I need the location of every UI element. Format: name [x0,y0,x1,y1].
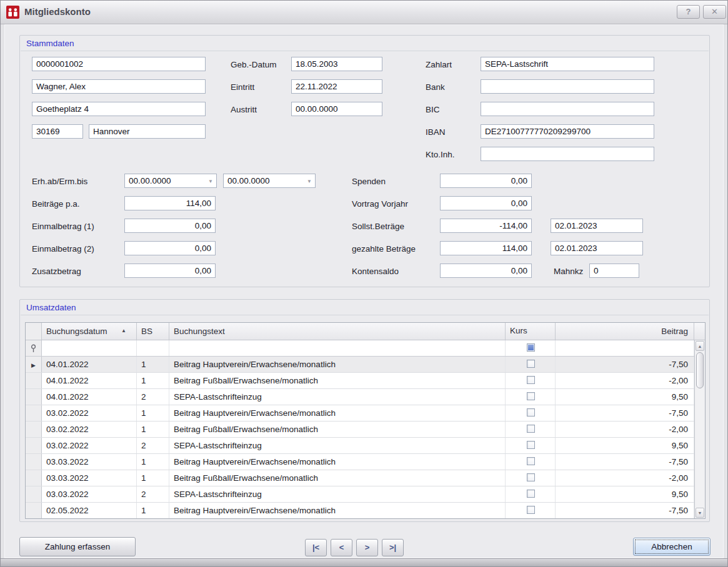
kurs-checkbox[interactable] [527,490,535,498]
erm-bis-dropdown[interactable]: 00.00.0000 ▼ [223,174,316,188]
cell-buchungsdatum: 04.01.2022 [42,389,137,405]
column-header-buchungsdatum[interactable]: Buchungsdatum ▲ [42,323,137,340]
filter-bs-cell[interactable] [137,340,169,356]
bank-field[interactable] [481,79,654,94]
cell-bs: 2 [137,438,169,453]
kurs-checkbox[interactable] [527,392,535,400]
bic-field[interactable] [481,102,654,116]
geb-datum-label: Geb.-Datum [231,60,277,69]
gezahlte-datum-field[interactable]: 02.01.2023 [551,241,643,255]
table-row[interactable]: 03.02.20222SEPA-Lastschrifteinzug9,50 [26,438,705,454]
column-header-beitrag[interactable]: Beitrag [556,323,694,340]
close-button[interactable]: ✕ [703,5,726,19]
abbrechen-button[interactable]: Abbrechen [633,538,711,556]
cell-kurs [506,454,556,470]
members-app-icon [6,6,19,19]
column-header-kurs[interactable]: Kurs [506,323,556,340]
kurs-checkbox[interactable] [527,506,535,514]
row-indicator: ▶ [26,357,42,372]
cell-buchungsdatum: 03.03.2022 [42,486,137,502]
help-icon: ? [686,7,691,16]
kurs-filter-checkbox[interactable] [527,343,535,352]
iban-label: IBAN [426,127,446,137]
filter-buchungstext-cell[interactable] [169,340,506,356]
column-header-bs[interactable]: BS [137,323,169,340]
header-filler-cell [694,323,705,340]
cell-kurs [506,486,556,502]
table-row[interactable]: 04.01.20222SEPA-Lastschrifteinzug9,50 [26,389,705,405]
erh-ab-dropdown[interactable]: 00.00.0000 ▼ [124,174,217,188]
kontensaldo-field[interactable]: 0,00 [440,264,532,278]
iban-field[interactable]: DE27100777770209299700 [481,124,654,139]
einmalbetrag-2-field[interactable]: 0,00 [124,241,216,255]
spenden-field[interactable]: 0,00 [440,174,532,188]
nav-next-button[interactable]: > [356,539,378,556]
mahnkz-field[interactable]: 0 [589,264,639,278]
vortrag-vorjahr-field[interactable]: 0,00 [440,196,532,210]
table-row[interactable]: 03.03.20221Beitrag Fußball/Erwachsene/mo… [26,470,705,486]
member-name-field[interactable]: Wagner, Alex [32,79,206,94]
geb-datum-field[interactable]: 18.05.2003 [291,57,382,71]
zahlart-field[interactable]: SEPA-Lastschrift [481,57,654,71]
austritt-field[interactable]: 00.00.0000 [291,102,382,116]
austritt-label: Austritt [231,105,257,114]
table-row[interactable]: ▶04.01.20221Beitrag Hauptverein/Erwachse… [26,357,705,373]
kurs-checkbox[interactable] [527,441,535,449]
title-bar[interactable]: Mitgliedskonto ? ✕ [1,1,727,24]
cell-beitrag: 9,50 [556,486,694,502]
eintritt-field[interactable]: 22.11.2022 [291,79,382,94]
cell-buchungstext: Beitrag Fußball/Erwachsene/monatlich [169,373,506,388]
chevron-down-icon[interactable]: ▼ [208,179,213,184]
chevron-down-icon[interactable]: ▼ [307,179,312,184]
nav-first-button[interactable]: |< [305,539,327,556]
cell-beitrag: -2,00 [556,422,694,437]
street-field[interactable]: Goetheplatz 4 [32,102,206,116]
grid-filter-row[interactable] [26,340,705,357]
zahlung-erfassen-button[interactable]: Zahlung erfassen [19,537,136,556]
table-row[interactable]: 02.05.20221Beitrag Hauptverein/Erwachsen… [26,503,705,519]
city-field[interactable]: Hannover [89,124,206,139]
help-button[interactable]: ? [677,5,700,19]
row-indicator [26,454,42,470]
beitraege-pa-field[interactable]: 114,00 [124,196,216,210]
kurs-checkbox[interactable] [527,376,535,384]
row-indicator [26,470,42,486]
vertical-scrollbar[interactable]: ▲ ▼ [694,340,705,518]
bank-label: Bank [426,82,445,92]
table-row[interactable]: 03.03.20221Beitrag Hauptverein/Erwachsen… [26,454,705,470]
sollst-datum-field[interactable]: 02.01.2023 [551,219,643,233]
kurs-checkbox[interactable] [527,425,535,433]
nav-last-button[interactable]: >| [382,539,404,556]
gezahlte-betraege-field[interactable]: 114,00 [440,241,532,255]
cell-buchungsdatum: 04.01.2022 [42,373,137,388]
cell-kurs [506,503,556,518]
mahnkz-label: Mahnkz [554,267,583,276]
zip-field[interactable]: 30169 [32,124,83,139]
scroll-up-button[interactable]: ▲ [696,341,704,351]
table-row[interactable]: 03.02.20221Beitrag Hauptverein/Erwachsen… [26,405,705,422]
kurs-checkbox[interactable] [527,473,535,481]
scroll-down-button[interactable]: ▼ [696,508,704,518]
filter-buchungsdatum-cell[interactable] [42,340,137,356]
nav-prev-button[interactable]: < [331,539,352,556]
table-row[interactable]: 03.02.20221Beitrag Fußball/Erwachsene/mo… [26,422,705,438]
kurs-checkbox[interactable] [527,408,535,417]
kurs-checkbox[interactable] [527,360,535,368]
cell-beitrag: -2,00 [556,373,694,388]
member-id-field[interactable]: 0000001002 [32,57,206,71]
vortrag-vorjahr-label: Vortrag Vorjahr [352,199,408,209]
cell-buchungstext: Beitrag Fußball/Erwachsene/monatlich [169,422,506,437]
row-indicator [26,389,42,405]
sollst-betraege-field[interactable]: -114,00 [440,219,532,233]
table-row[interactable]: 03.03.20222SEPA-Lastschrifteinzug9,50 [26,486,705,503]
zusatzbetrag-field[interactable]: 0,00 [124,264,216,278]
kto-inh-field[interactable] [481,147,654,161]
scrollbar-thumb[interactable] [696,352,704,388]
einmalbetrag-1-field[interactable]: 0,00 [124,219,216,233]
beitraege-pa-label: Beiträge p.a. [32,199,80,209]
bic-label: BIC [426,105,440,114]
column-header-buchungstext[interactable]: Buchungstext [169,323,506,340]
filter-beitrag-cell[interactable] [556,340,694,356]
kurs-checkbox[interactable] [527,457,535,465]
table-row[interactable]: 04.01.20221Beitrag Fußball/Erwachsene/mo… [26,373,705,389]
